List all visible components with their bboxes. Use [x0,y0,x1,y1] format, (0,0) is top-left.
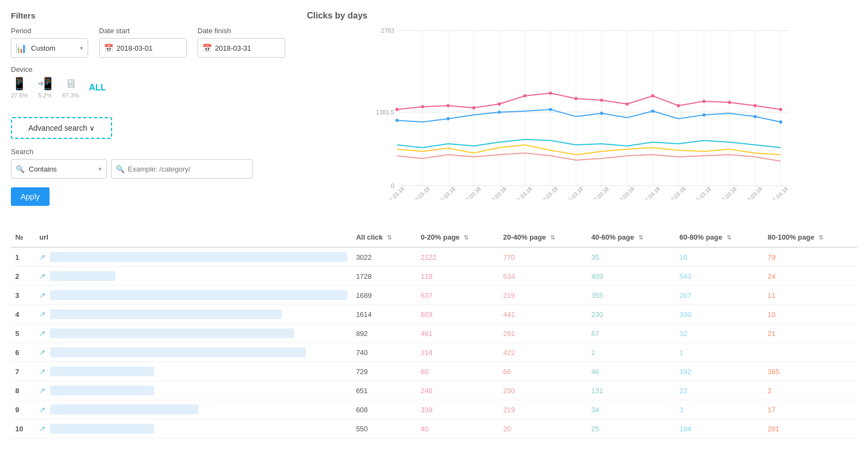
date-finish-input[interactable] [215,44,280,52]
cell-p0_20: 637 [416,286,498,305]
url-link-icon[interactable]: ↗ [39,367,46,376]
svg-point-42 [651,109,655,113]
tablet-pct: 5.2% [38,92,52,99]
cell-p40_60: 35 [587,247,675,267]
chart-svg: 2763 1381.5 0 [307,25,857,199]
col-60-80[interactable]: 60-80% page ⇅ [675,228,763,247]
col-40-60[interactable]: 40-60% page ⇅ [587,228,675,247]
cell-p20_40: 422 [499,343,587,362]
row-number: 2 [11,267,35,286]
col-20-40[interactable]: 20-40% page ⇅ [499,228,587,247]
period-select[interactable]: CustomTodayYesterdayLast 7 daysLast 30 d… [31,44,76,52]
svg-text:0: 0 [391,182,394,189]
cell-p20_40: 66 [499,362,587,381]
url-link-icon[interactable]: ↗ [39,329,46,338]
table-section: № url All click ⇅ 0-20% page ⇅ 20-40% pa… [11,228,857,438]
svg-text:27.03.18: 27.03.18 [718,186,738,199]
row-number: 5 [11,324,35,343]
tablet-icon: 📲 [38,77,52,91]
mobile-device-btn[interactable]: 📱 27.5% [11,77,28,99]
url-cell: ↗ [35,419,352,438]
date-start-wrapper[interactable]: 📅 [99,38,187,58]
cell-p60_80: 16 [675,247,763,267]
cell-p20_40: 770 [499,247,587,267]
svg-text:31.03.18: 31.03.18 [769,186,789,199]
cell-p20_40: 219 [499,286,587,305]
table-row: 1↗30222122770351679 [11,247,857,267]
svg-point-28 [575,97,578,100]
svg-text:03.03.18: 03.03.18 [411,186,431,199]
url-cell: ↗ [35,305,352,324]
url-link-icon[interactable]: ↗ [39,272,46,280]
svg-point-33 [703,100,706,103]
cell-p80_100: 11 [763,286,857,305]
date-finish-wrapper[interactable]: 📅 [198,38,285,58]
cell-all_click: 1728 [352,267,416,286]
svg-point-40 [549,108,552,111]
bar-chart-icon: 📊 [11,40,31,57]
col-80-100[interactable]: 80-100% page ⇅ [763,228,857,247]
url-link-icon[interactable]: ↗ [39,386,46,395]
all-device-btn[interactable]: ALL [89,83,106,93]
cell-p60_80: 3 [675,400,763,419]
url-cell: ↗ [35,247,352,267]
url-link-icon[interactable]: ↗ [39,424,46,433]
url-link-icon[interactable]: ↗ [39,253,46,261]
svg-point-39 [498,111,501,114]
desktop-pct: 67.3% [62,92,79,99]
advanced-search-button[interactable]: Advanced search ∨ [11,117,112,139]
cell-p0_20: 314 [416,343,498,362]
search-type-select[interactable]: Contains [29,165,94,173]
mobile-pct: 27.5% [11,92,28,99]
svg-point-36 [779,108,783,111]
svg-point-27 [549,91,552,95]
svg-point-37 [396,119,399,122]
search-type-icon: 🔍 [11,165,29,173]
cell-p60_80: 192 [675,362,763,381]
cell-all_click: 740 [352,343,416,362]
data-table: № url All click ⇅ 0-20% page ⇅ 20-40% pa… [11,228,857,438]
search-text-icon: 🔍 [116,165,125,173]
cell-p0_20: 40 [416,419,498,438]
svg-point-21 [396,108,399,111]
url-link-icon[interactable]: ↗ [39,348,46,357]
table-row: 7↗729606646192365 [11,362,857,381]
date-start-input[interactable] [116,44,182,52]
table-row: 8↗651246250131222 [11,381,857,400]
row-number: 1 [11,247,35,267]
svg-text:2763: 2763 [381,27,394,34]
col-all-click[interactable]: All click ⇅ [352,228,416,247]
table-row: 6↗74031442221 [11,343,857,362]
url-link-icon[interactable]: ↗ [39,291,46,300]
chart-area: 2763 1381.5 0 [307,25,857,210]
svg-text:23.03.18: 23.03.18 [667,186,687,199]
cell-p0_20: 60 [416,362,498,381]
search-text-input[interactable] [128,165,248,173]
cell-p20_40: 250 [499,381,587,400]
col-0-20[interactable]: 0-20% page ⇅ [416,228,498,247]
svg-point-34 [728,101,731,104]
cell-all_click: 729 [352,362,416,381]
cell-p60_80: 1 [675,343,763,362]
cell-p80_100: 21 [763,324,857,343]
device-label: Device [11,65,285,74]
cell-p80_100: 365 [763,362,857,381]
cell-p0_20: 246 [416,381,498,400]
period-select-wrapper[interactable]: 📊 CustomTodayYesterdayLast 7 daysLast 30… [11,38,88,58]
svg-text:07.03.18: 07.03.18 [463,186,482,199]
url-link-icon[interactable]: ↗ [39,310,46,319]
svg-text:25.03.18: 25.03.18 [693,186,712,199]
desktop-device-btn[interactable]: 🖥 67.3% [62,77,79,99]
cell-p0_20: 603 [416,305,498,324]
search-type-wrapper[interactable]: 🔍 Contains ▾ [11,159,107,179]
url-link-icon[interactable]: ↗ [39,405,46,414]
cell-all_click: 651 [352,381,416,400]
search-text-wrapper[interactable]: 🔍 [111,159,253,179]
cell-p20_40: 441 [499,305,587,324]
cell-p20_40: 20 [499,419,587,438]
tablet-device-btn[interactable]: 📲 5.2% [38,77,52,99]
cell-p80_100: 79 [763,247,857,267]
apply-button[interactable]: Apply [11,187,50,206]
date-finish-label: Date finish [198,27,285,35]
svg-text:09.03.18: 09.03.18 [488,186,508,199]
